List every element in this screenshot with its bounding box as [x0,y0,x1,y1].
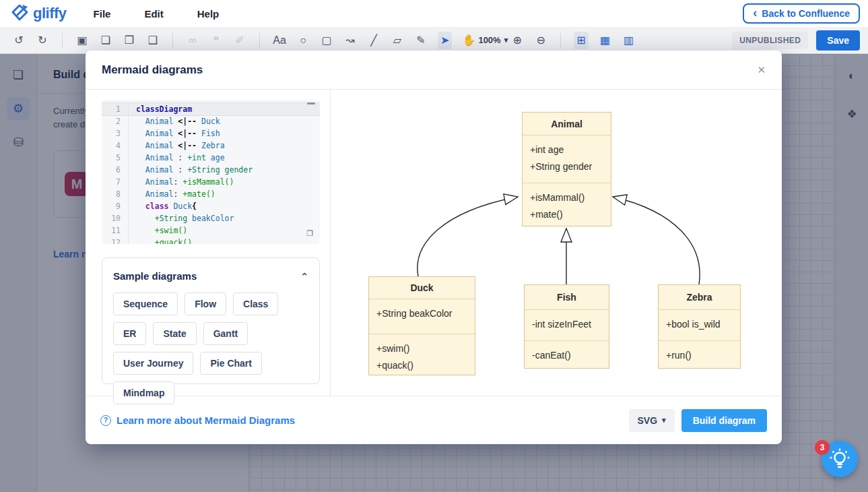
code-text: +quack() [129,237,192,244]
code-line[interactable]: 11 +swim() [102,224,320,237]
code-line[interactable]: 6 Animal : +String gender [102,164,320,176]
sample-user-journey-button[interactable]: User Journey [113,352,193,375]
bring-to-front-icon[interactable]: ❐ [123,32,136,49]
line-number: 2 [102,115,129,127]
sample-sequence-button[interactable]: Sequence [113,293,178,315]
redo-icon[interactable]: ↻ [36,32,49,49]
copy-code-icon[interactable]: ❐ [306,226,313,239]
toolbar-divider [259,33,260,48]
sample-flow-button[interactable]: Flow [185,293,226,315]
toolbar-divider [62,33,63,48]
code-line[interactable]: 9 class Duck{ [102,200,320,212]
line-tool-icon[interactable]: ╱ [367,32,380,49]
uml-member: +isMammal() [530,189,603,206]
group-shapes-icon[interactable]: ❏ [99,32,112,49]
code-text: Animal: +mate() [129,188,215,200]
zoom-in-icon[interactable]: ⊕ [510,32,524,49]
sample-er-button[interactable]: ER [113,322,146,345]
code-line[interactable]: 10 +String beakColor [102,212,320,224]
code-line[interactable]: 3 Animal <|-- Fish [102,127,320,140]
zoom-out-icon[interactable]: ⊖ [534,32,547,49]
uml-methods: +isMammal()+mate() [523,183,611,229]
mermaid-code-editor[interactable]: 1classDiagram2 Animal <|-- Duck3 Animal … [102,100,320,244]
tips-fab-button[interactable]: 3 [822,441,858,477]
note-tool-icon[interactable]: ▱ [391,32,404,49]
text-tool-icon[interactable]: Aa [273,32,286,49]
line-number: 5 [102,152,129,164]
toolbar-divider [560,33,561,48]
menu-item-file[interactable]: File [94,8,111,20]
pointer-tool-icon[interactable]: ➤ [438,32,452,49]
rectangle-tool-icon[interactable]: ▢ [320,32,333,49]
code-text: classDiagram [129,103,192,115]
mermaid-diagrams-modal: Mermaid diagrams ✕ 1classDiagram2 Animal… [86,51,782,444]
gliffy-logo[interactable]: gliffy [9,1,67,26]
learn-more-label: Learn more about Mermaid Diagrams [116,414,295,426]
toolbar-right-group: ⊕⊖⊞▦▥ [510,32,635,49]
undo-icon[interactable]: ↺ [12,32,26,49]
sample-state-button[interactable]: State [153,322,196,345]
save-button[interactable]: Save [816,30,860,51]
code-line[interactable]: 4 Animal <|-- Zebra [102,140,320,152]
line-number: 12 [102,237,129,244]
uml-member: +mate() [530,206,603,223]
uml-class-zebra: Zebra+bool is_wild+run() [658,284,741,369]
grid-icon[interactable]: ▦ [599,32,612,49]
eyedropper-icon[interactable]: ✐ [233,32,246,49]
uml-member: -int sizeInFeet [532,316,601,333]
chevron-up-icon[interactable]: ⌃ [300,271,308,282]
format-select[interactable]: SVG ▾ [629,409,675,432]
uml-attrs: +int age+String gender [523,135,611,183]
ellipse-tool-icon[interactable]: ○ [296,32,310,49]
line-number: 3 [102,127,129,140]
lightbulb-icon [822,468,858,479]
modal-title: Mermaid diagrams [102,63,203,77]
menu-item-help[interactable]: Help [197,8,220,20]
diagram-preview: Animal+int age+String gender+isMammal()+… [331,90,782,396]
sample-mindmap-button[interactable]: Mindmap [113,381,174,404]
build-diagram-button[interactable]: Build diagram [681,409,767,432]
line-number: 8 [102,188,129,200]
comment-icon[interactable]: ❝ [209,32,223,49]
code-line[interactable]: 12 +quack() [102,237,320,244]
back-button-label: Back to Confluence [762,8,850,19]
send-to-back-icon[interactable]: ❑ [146,32,160,49]
code-line[interactable]: 8 Animal: +mate() [102,188,320,200]
zoom-level-dropdown[interactable]: 100% ▾ [478,35,508,45]
menu-item-edit[interactable]: Edit [144,8,163,20]
sample-pie-chart-button[interactable]: Pie Chart [200,352,261,375]
code-line[interactable]: 7 Animal: +isMammal() [102,176,320,188]
gliffy-logo-icon [9,1,31,26]
pan-tool-icon[interactable]: ✋ [462,32,475,49]
select-area-icon[interactable]: ▣ [75,32,89,49]
back-to-confluence-button[interactable]: ‹ Back to Confluence [743,3,860,24]
uml-member: +String gender [530,158,603,175]
link-icon[interactable]: ∞ [186,32,199,49]
line-number: 7 [102,176,129,188]
uml-member: +run() [666,347,733,364]
code-line[interactable]: 1classDiagram [102,103,320,115]
scrollbar-thumb[interactable] [307,102,315,104]
line-number: 4 [102,140,129,152]
uml-member: +quack() [376,357,467,374]
uml-member: -canEat() [532,347,601,364]
connector-tool-icon[interactable]: ↝ [343,32,357,49]
code-line[interactable]: 5 Animal : +int age [102,152,320,164]
uml-attrs: -int sizeInFeet [525,310,609,341]
code-text: +String beakColor [129,212,234,224]
uml-member: +bool is_wild [666,316,733,333]
line-number: 11 [102,224,129,237]
format-select-value: SVG [638,415,658,426]
code-line[interactable]: 2 Animal <|-- Duck [102,115,320,127]
code-pane: 1classDiagram2 Animal <|-- Duck3 Animal … [86,90,331,396]
snap-grid-icon[interactable]: ⊞ [574,32,588,49]
table-icon[interactable]: ▥ [622,32,636,49]
line-number: 10 [102,212,129,224]
pencil-tool-icon[interactable]: ✎ [414,32,428,49]
learn-more-link[interactable]: ? Learn more about Mermaid Diagrams [100,414,295,426]
sample-gantt-button[interactable]: Gantt [203,322,248,345]
uml-member: +String beakColor [376,305,467,322]
app-window: gliffy FileEditHelp ‹ Back to Confluence… [0,0,868,492]
close-icon[interactable]: ✕ [757,64,766,76]
sample-class-button[interactable]: Class [233,293,278,315]
